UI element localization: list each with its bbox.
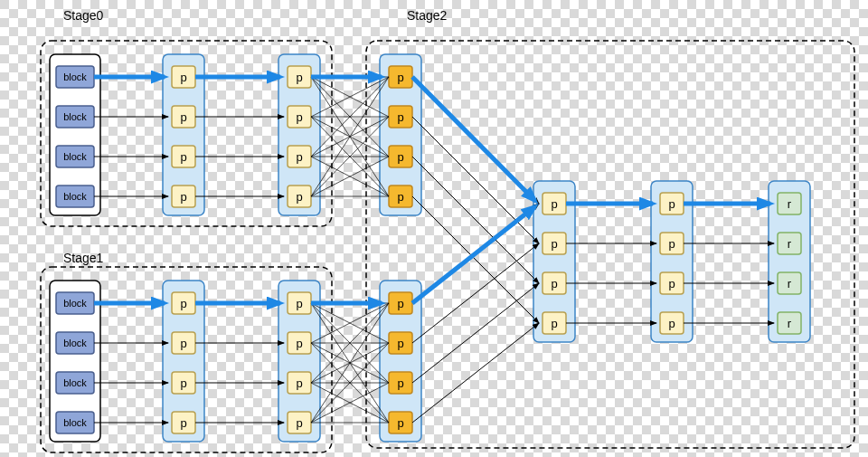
stage1-label: Stage1 <box>63 251 104 265</box>
svg-text:p: p <box>180 337 186 350</box>
svg-text:p: p <box>296 190 302 204</box>
svg-text:p: p <box>397 297 403 310</box>
svg-text:block: block <box>63 71 87 82</box>
svg-text:p: p <box>180 376 186 390</box>
svg-text:block: block <box>63 298 87 309</box>
svg-text:p: p <box>551 317 557 330</box>
svg-text:p: p <box>397 110 403 124</box>
svg-text:r: r <box>788 197 792 211</box>
svg-text:r: r <box>788 277 792 290</box>
svg-text:p: p <box>180 71 186 84</box>
svg-text:p: p <box>180 190 186 204</box>
stage0-label: Stage0 <box>63 8 104 23</box>
svg-text:p: p <box>180 297 186 310</box>
background <box>0 0 868 457</box>
svg-text:p: p <box>296 416 302 430</box>
svg-text:p: p <box>296 337 302 350</box>
svg-text:p: p <box>296 150 302 164</box>
svg-text:p: p <box>296 376 302 390</box>
svg-text:block: block <box>63 377 87 388</box>
svg-text:block: block <box>63 151 87 162</box>
svg-text:r: r <box>788 237 792 251</box>
svg-text:block: block <box>63 111 87 122</box>
svg-text:block: block <box>63 417 87 428</box>
stage2-label: Stage2 <box>407 8 448 23</box>
svg-text:p: p <box>551 277 557 290</box>
svg-text:p: p <box>180 416 186 430</box>
svg-text:block: block <box>63 191 87 202</box>
svg-text:p: p <box>397 416 403 430</box>
svg-text:p: p <box>551 197 557 211</box>
svg-text:p: p <box>668 237 675 251</box>
svg-text:p: p <box>551 237 557 251</box>
svg-text:p: p <box>397 337 403 350</box>
svg-text:p: p <box>668 317 675 330</box>
svg-text:p: p <box>397 150 403 164</box>
svg-text:p: p <box>180 110 186 124</box>
svg-text:p: p <box>296 110 302 124</box>
svg-text:p: p <box>397 71 403 84</box>
svg-text:p: p <box>397 376 403 390</box>
svg-text:p: p <box>397 190 403 204</box>
svg-text:p: p <box>668 197 675 211</box>
diagram-root: Stage2 Stage0 block block block block p … <box>0 0 868 457</box>
svg-text:p: p <box>180 150 186 164</box>
svg-text:p: p <box>296 297 302 310</box>
svg-text:r: r <box>788 317 792 330</box>
svg-text:block: block <box>63 338 87 348</box>
svg-text:p: p <box>668 277 675 290</box>
svg-text:p: p <box>296 71 302 84</box>
